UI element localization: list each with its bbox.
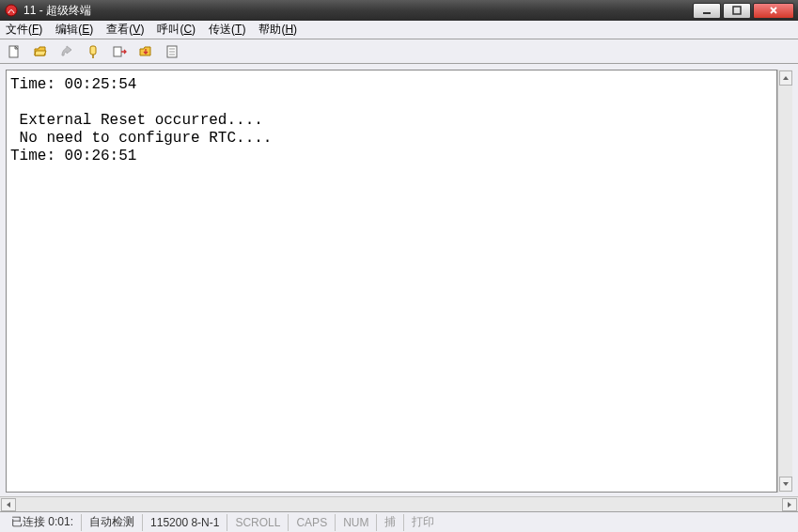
window-controls [693, 3, 794, 19]
scroll-down-icon[interactable] [779, 477, 792, 492]
receive-icon[interactable] [137, 43, 154, 60]
horizontal-scrollbar[interactable] [0, 496, 798, 511]
status-num: NUM [336, 514, 377, 531]
svg-rect-6 [114, 47, 121, 56]
send-icon[interactable] [111, 43, 128, 60]
vertical-scrollbar[interactable] [777, 70, 792, 493]
connect-icon[interactable] [58, 43, 75, 60]
status-baud: 115200 8-N-1 [143, 514, 227, 531]
menu-file[interactable]: 文件(F) [6, 22, 42, 38]
statusbar: 已连接 0:01: 自动检测 115200 8-N-1 SCROLL CAPS … [0, 511, 798, 532]
svg-rect-1 [703, 12, 711, 14]
svg-rect-4 [90, 46, 96, 55]
menu-edit[interactable]: 编辑(E) [55, 22, 93, 38]
terminal-frame: Time: 00:25:54 External Reset occurred..… [6, 70, 777, 493]
menu-call[interactable]: 呼叫(C) [157, 22, 196, 38]
app-icon [4, 3, 19, 18]
status-connection: 已连接 0:01: [4, 514, 82, 531]
menu-transfer[interactable]: 传送(T) [209, 22, 245, 38]
maximize-button[interactable] [723, 3, 751, 19]
status-capture: 捕 [377, 514, 404, 531]
open-icon[interactable] [32, 43, 49, 60]
svg-rect-2 [733, 7, 741, 14]
close-button[interactable] [753, 3, 794, 19]
menubar: 文件(F) 编辑(E) 查看(V) 呼叫(C) 传送(T) 帮助(H) [0, 21, 798, 39]
minimize-button[interactable] [693, 3, 721, 19]
titlebar: 11 - 超级终端 [0, 0, 798, 21]
status-print: 打印 [404, 514, 442, 531]
menu-view[interactable]: 查看(V) [106, 22, 144, 38]
scroll-up-icon[interactable] [779, 70, 792, 86]
properties-icon[interactable] [164, 43, 180, 60]
terminal-output[interactable]: Time: 00:25:54 External Reset occurred..… [7, 70, 776, 492]
disconnect-icon[interactable] [85, 43, 102, 60]
window-title: 11 - 超级终端 [23, 3, 693, 19]
status-detect: 自动检测 [82, 514, 143, 531]
status-caps: CAPS [289, 514, 336, 531]
menu-help[interactable]: 帮助(H) [258, 22, 297, 38]
scroll-right-icon[interactable] [782, 498, 797, 511]
scroll-left-icon[interactable] [1, 498, 16, 511]
status-scroll: SCROLL [227, 514, 289, 531]
toolbar [0, 39, 798, 64]
client-area: Time: 00:25:54 External Reset occurred..… [0, 64, 798, 496]
new-icon[interactable] [6, 43, 23, 60]
